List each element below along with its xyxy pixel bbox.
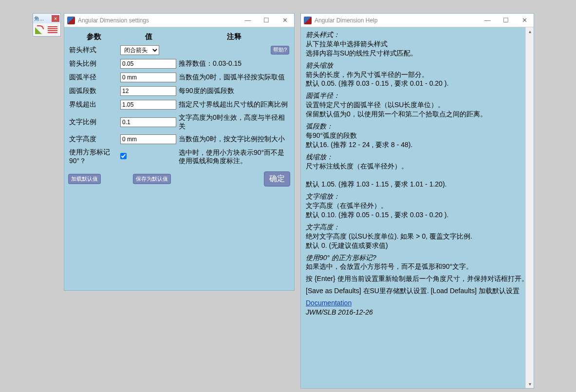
note-arc-segments: 每90度的圆弧段数 (178, 84, 290, 98)
line-ext-input[interactable] (120, 100, 176, 110)
help-button[interactable]: 帮助? (271, 46, 289, 55)
header-value: 值 (119, 30, 178, 43)
close-button[interactable]: ✕ (276, 14, 294, 27)
app-icon (67, 17, 75, 24)
label-arrow-scale: 箭头比例 (68, 57, 119, 71)
row-text-scale: 文字比例 文字高度为0时生效，高度与半径相关 (68, 112, 290, 132)
help-arc-radius-title: 圆弧半径： (306, 91, 529, 100)
angular-dimension-icon[interactable] (34, 24, 46, 35)
ok-button[interactable]: 确定 (264, 171, 290, 187)
help-footer: JWM/SLB 2016-12-26 (306, 308, 529, 317)
save-defaults-button[interactable]: 保存为默认值 (133, 174, 171, 184)
note-arrow-scale: 推荐数值：0.03-0.15 (178, 57, 290, 71)
text-height-input[interactable] (120, 134, 176, 144)
toolbar-close-button[interactable]: × (52, 15, 59, 22)
arc-segments-input[interactable] (120, 86, 176, 96)
close-button[interactable]: ✕ (515, 14, 534, 27)
toolbar-body (33, 23, 60, 36)
help-text-scale-title: 文字缩放： (306, 192, 529, 201)
note-text-scale: 文字高度为0时生效，高度与半径相关 (178, 112, 290, 132)
label-arc-radius: 圆弧半径 (68, 71, 119, 84)
help-window: Angular Dimension Help — ☐ ✕ 箭头样式： 从下拉菜单… (300, 13, 534, 389)
row-arc-segments: 圆弧段数 每90度的圆弧段数 (68, 84, 290, 98)
text-scale-input[interactable] (120, 117, 176, 127)
note-text-height: 当数值为0时，按文字比例控制大小 (178, 132, 290, 146)
note-line-ext: 指定尺寸界线超出尺寸线的距离比例 (178, 98, 290, 112)
toolbar-titlebar[interactable]: 角... × (33, 14, 60, 23)
help-arrow-style-title: 箭头样式： (306, 30, 529, 39)
row-text-height: 文字高度 当数值为0时，按文字比例控制大小 (68, 132, 290, 146)
help-square-90-title: 使用90° 的正方形标记? (306, 253, 529, 262)
arrow-scale-input[interactable] (120, 59, 176, 69)
help-scrollbar[interactable]: ▴ ▾ (525, 27, 534, 388)
help-line-ext-title: 线缩放： (306, 152, 529, 162)
label-text-height: 文字高度 (68, 132, 119, 146)
label-square-90: 使用方形标记90°？ (68, 146, 119, 168)
documentation-link[interactable]: Documentation (306, 299, 352, 307)
settings-window-title: Angular Dimension settings (78, 17, 239, 24)
header-note: 注释 (178, 30, 290, 43)
row-arrow-scale: 箭头比例 推荐数值：0.03-0.15 (68, 57, 290, 71)
app-icon (304, 17, 312, 24)
help-body: 箭头样式： 从下拉菜单中选择箭头样式 选择内容与SU的线性尺寸样式匹配。 箭头缩… (301, 27, 534, 388)
maximize-button[interactable]: ☐ (257, 14, 276, 27)
minimize-button[interactable]: — (478, 14, 497, 27)
label-arrow-style: 箭头样式 (68, 43, 119, 57)
arrow-style-select[interactable]: 闭合箭头 (120, 45, 159, 55)
label-text-scale: 文字比例 (68, 112, 119, 132)
label-arc-segments: 圆弧段数 (68, 84, 119, 98)
load-defaults-button[interactable]: 加载默认值 (68, 174, 101, 184)
help-text-height-title: 文字高度： (306, 223, 529, 232)
label-line-ext: 界线超出 (68, 98, 119, 112)
angular-toolbar-window: 角... × (33, 13, 61, 37)
square-90-checkbox[interactable] (120, 153, 127, 159)
row-arc-radius: 圆弧半径 当数值为0时，圆弧半径按实际取值 (68, 71, 290, 84)
toolbar-title-text: 角... (34, 15, 44, 22)
help-arrow-scale-title: 箭头缩放 (306, 61, 529, 70)
settings-body: 参数 值 注释 箭头样式 闭合箭头 帮助? 箭头比例 推荐数值：0.03-0.1… (64, 27, 294, 189)
note-arc-radius: 当数值为0时，圆弧半径按实际取值 (178, 71, 290, 84)
row-arrow-style: 箭头样式 闭合箭头 帮助? (68, 43, 290, 57)
header-param: 参数 (68, 30, 119, 43)
bottom-buttons: 加载默认值 保存为默认值 确定 (68, 171, 290, 187)
help-arc-segments-title: 弧段数： (306, 122, 529, 131)
scroll-down-icon[interactable]: ▾ (526, 380, 534, 388)
minimize-button[interactable]: — (239, 14, 257, 27)
help-window-title: Angular Dimension Help (315, 17, 478, 24)
row-square-90: 使用方形标记90°？ 选中时，使用小方块表示90°而不是使用弧线和角度标注。 (68, 146, 290, 168)
list-icon[interactable] (47, 24, 58, 35)
row-line-ext: 界线超出 指定尺寸界线超出尺寸线的距离比例 (68, 98, 290, 112)
note-square-90: 选中时，使用小方块表示90°而不是使用弧线和角度标注。 (178, 146, 290, 168)
maximize-button[interactable]: ☐ (497, 14, 515, 27)
settings-titlebar[interactable]: Angular Dimension settings — ☐ ✕ (64, 14, 294, 27)
scroll-up-icon[interactable]: ▴ (526, 27, 534, 36)
arc-radius-input[interactable] (120, 73, 176, 82)
help-titlebar[interactable]: Angular Dimension Help — ☐ ✕ (301, 14, 534, 27)
settings-window: Angular Dimension settings — ☐ ✕ 参数 值 注释… (64, 13, 295, 291)
settings-table: 参数 值 注释 箭头样式 闭合箭头 帮助? 箭头比例 推荐数值：0.03-0.1… (68, 30, 290, 168)
